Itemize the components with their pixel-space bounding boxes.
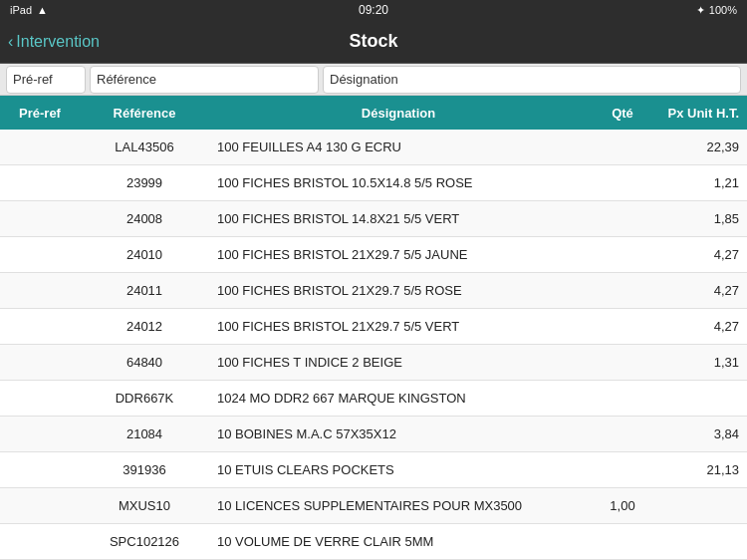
filter-bar: Pré-ref Référence Désignation	[0, 64, 747, 96]
th-reference: Référence	[80, 106, 209, 121]
ipad-label: iPad	[10, 4, 32, 16]
td-px-unit: 1,31	[657, 355, 747, 370]
pre-ref-filter-label: Pré-ref	[13, 72, 53, 87]
td-designation: 100 FICHES BRISTOL 14.8X21 5/5 VERT	[209, 211, 588, 226]
td-reference: LAL43506	[80, 140, 209, 154]
td-designation: 10 LICENCES SUPPLEMENTAIRES POUR MX3500	[209, 498, 588, 513]
td-px-unit: 4,27	[657, 319, 747, 334]
th-designation: Désignation	[209, 106, 588, 121]
back-label: Intervention	[16, 33, 100, 51]
th-pre-ref: Pré-ref	[0, 106, 80, 121]
table-row[interactable]: 24012 100 FICHES BRISTOL 21X29.7 5/5 VER…	[0, 309, 747, 345]
td-reference: 24012	[80, 319, 209, 334]
td-px-unit: 22,39	[657, 140, 747, 154]
table-body: LAL43506 100 FEUILLES A4 130 G ECRU 22,3…	[0, 130, 747, 560]
status-bar-time: 09:20	[359, 3, 388, 17]
bluetooth-icon: ✦	[696, 4, 705, 17]
td-reference: 24008	[80, 211, 209, 226]
td-designation: 1024 MO DDR2 667 MARQUE KINGSTON	[209, 391, 588, 406]
td-px-unit: 1,85	[657, 211, 747, 226]
reference-filter-label: Référence	[97, 72, 156, 87]
battery-label: 100%	[709, 4, 737, 16]
td-designation: 100 FICHES BRISTOL 21X29.7 5/5 ROSE	[209, 283, 588, 298]
designation-filter-label: Désignation	[330, 72, 398, 87]
td-reference: 391936	[80, 462, 209, 477]
table-row[interactable]: DDR667K 1024 MO DDR2 667 MARQUE KINGSTON	[0, 381, 747, 417]
table-row[interactable]: 24010 100 FICHES BRISTOL 21X29.7 5/5 JAU…	[0, 237, 747, 273]
td-qte: 1,00	[588, 498, 657, 513]
td-reference: 24010	[80, 247, 209, 262]
td-designation: 100 FICHES BRISTOL 10.5X14.8 5/5 ROSE	[209, 175, 588, 190]
nav-bar: ‹ Intervention Stock	[0, 20, 747, 64]
status-bar-right: ✦ 100%	[696, 4, 737, 17]
td-designation: 10 VOLUME DE VERRE CLAIR 5MM	[209, 534, 588, 549]
table-row[interactable]: MXUS10 10 LICENCES SUPPLEMENTAIRES POUR …	[0, 488, 747, 524]
status-bar: iPad ▲ 09:20 ✦ 100%	[0, 0, 747, 20]
td-designation: 10 ETUIS CLEARS POCKETS	[209, 462, 588, 477]
td-px-unit: 21,13	[657, 462, 747, 477]
table-header: Pré-ref Référence Désignation Qté Px Uni…	[0, 96, 747, 130]
table-row[interactable]: 391936 10 ETUIS CLEARS POCKETS 21,13	[0, 452, 747, 488]
td-designation: 10 BOBINES M.A.C 57X35X12	[209, 426, 588, 441]
td-reference: 21084	[80, 426, 209, 441]
table-row[interactable]: 24008 100 FICHES BRISTOL 14.8X21 5/5 VER…	[0, 201, 747, 237]
back-button[interactable]: ‹ Intervention	[8, 33, 100, 51]
td-reference: 24011	[80, 283, 209, 298]
table-row[interactable]: 21084 10 BOBINES M.A.C 57X35X12 3,84	[0, 417, 747, 452]
td-reference: 23999	[80, 175, 209, 190]
td-designation: 100 FICHES BRISTOL 21X29.7 5/5 VERT	[209, 319, 588, 334]
table-row[interactable]: 64840 100 FICHES T INDICE 2 BEIGE 1,31	[0, 345, 747, 381]
td-reference: 64840	[80, 355, 209, 370]
table-row[interactable]: SPC102126 10 VOLUME DE VERRE CLAIR 5MM	[0, 524, 747, 560]
status-bar-left: iPad ▲	[10, 4, 48, 16]
td-px-unit: 4,27	[657, 247, 747, 262]
pre-ref-filter[interactable]: Pré-ref	[6, 66, 86, 94]
designation-filter[interactable]: Désignation	[323, 66, 741, 94]
th-qte: Qté	[588, 106, 657, 121]
table-row[interactable]: 23999 100 FICHES BRISTOL 10.5X14.8 5/5 R…	[0, 165, 747, 201]
td-px-unit: 3,84	[657, 426, 747, 441]
td-px-unit: 1,21	[657, 175, 747, 190]
td-designation: 100 FICHES BRISTOL 21X29.7 5/5 JAUNE	[209, 247, 588, 262]
th-px-unit: Px Unit H.T.	[657, 106, 747, 121]
table-row[interactable]: 24011 100 FICHES BRISTOL 21X29.7 5/5 ROS…	[0, 273, 747, 309]
table-row[interactable]: LAL43506 100 FEUILLES A4 130 G ECRU 22,3…	[0, 130, 747, 165]
wifi-icon: ▲	[37, 4, 48, 16]
td-reference: SPC102126	[80, 534, 209, 549]
td-reference: MXUS10	[80, 498, 209, 513]
td-designation: 100 FICHES T INDICE 2 BEIGE	[209, 355, 588, 370]
chevron-left-icon: ‹	[8, 33, 13, 51]
page-title: Stock	[349, 31, 397, 52]
reference-filter[interactable]: Référence	[90, 66, 319, 94]
td-px-unit: 4,27	[657, 283, 747, 298]
td-reference: DDR667K	[80, 391, 209, 406]
td-designation: 100 FEUILLES A4 130 G ECRU	[209, 140, 588, 154]
